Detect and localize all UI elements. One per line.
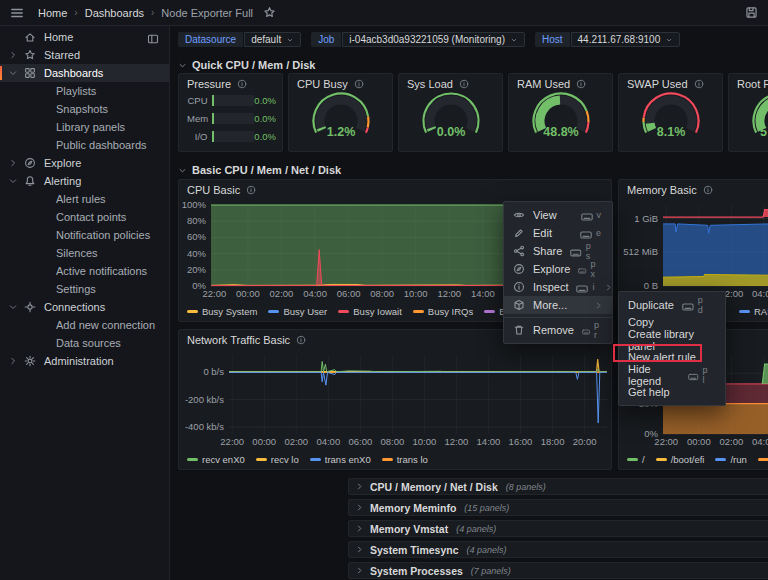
plug-icon — [24, 301, 36, 313]
legend-color-dash — [656, 458, 667, 461]
breadcrumb-item[interactable]: Dashboards — [85, 7, 144, 19]
variable-value-dropdown[interactable]: 44.211.67.68:9100 — [571, 32, 681, 47]
info-icon[interactable] — [246, 185, 256, 195]
sidebar-item-active-notifications[interactable]: Active notifications — [0, 262, 169, 280]
legend-label: Busy System — [202, 306, 257, 317]
variable-value-dropdown[interactable]: i-04acb3d0a93221059 (Monitoring) — [342, 32, 525, 47]
menu-item-view[interactable]: Viewv — [504, 206, 612, 224]
collapsed-row-system-timesync[interactable]: System Timesync(4 panels) — [348, 541, 768, 558]
menu-item-share[interactable]: Sharep s — [504, 242, 612, 260]
sidebar-item-playlists[interactable]: Playlists — [0, 82, 169, 100]
submenu-item-get-help[interactable]: Get help — [619, 384, 725, 402]
keyboard-shortcut: p s — [570, 241, 603, 261]
keyboard-shortcut: e — [580, 228, 603, 238]
menu-item-explore[interactable]: Explorep x — [504, 260, 612, 278]
submenu-item-hide-legend[interactable]: Hide legendp l — [619, 366, 725, 384]
variable-value-text: default — [251, 34, 281, 45]
legend-item[interactable]: trans lo — [382, 454, 428, 465]
submenu-arrow-icon — [594, 301, 603, 310]
svg-text:0%: 0% — [644, 428, 658, 439]
panel-title[interactable]: SWAP Used — [627, 78, 704, 90]
info-icon[interactable] — [296, 335, 306, 345]
keyboard-icon — [582, 326, 590, 334]
sidebar-item-dashboards[interactable]: Dashboards — [0, 64, 169, 82]
sidebar-item-library-panels[interactable]: Library panels — [0, 118, 169, 136]
panel-title-network-traffic-basic[interactable]: Network Traffic Basic — [187, 334, 306, 346]
panel-title-memory-basic[interactable]: Memory Basic — [627, 184, 713, 196]
section-quick-cpu-mem-disk[interactable]: Quick CPU / Mem / Disk — [178, 59, 315, 71]
sidebar-item-snapshots[interactable]: Snapshots — [0, 100, 169, 118]
svg-text:12:00: 12:00 — [437, 288, 461, 299]
panel-title-cpu-basic[interactable]: CPU Basic — [187, 184, 256, 196]
hamburger-menu-icon[interactable] — [10, 6, 24, 20]
legend-item[interactable]: /run — [715, 454, 746, 465]
menu-item-inspect[interactable]: Inspecti — [504, 278, 612, 296]
sidebar-item-settings[interactable]: Settings — [0, 280, 169, 298]
svg-text:-200 kb/s: -200 kb/s — [185, 394, 224, 405]
legend-item[interactable]: Busy Iowait — [338, 306, 402, 317]
collapsed-row-memory-meminfo[interactable]: Memory Meminfo(15 panels) — [348, 499, 768, 516]
panel-title[interactable]: RAM Used — [517, 78, 586, 90]
panel-title[interactable]: CPU Busy — [297, 78, 364, 90]
star-icon — [24, 49, 36, 61]
panel-title[interactable]: Root FS U — [737, 78, 768, 90]
breadcrumb-item[interactable]: Home — [38, 7, 67, 19]
legend-item[interactable]: Busy IRQs — [413, 306, 473, 317]
legend-item[interactable]: trans enX0 — [310, 454, 371, 465]
sidebar-item-silences[interactable]: Silences — [0, 244, 169, 262]
legend-item[interactable]: Busy User — [268, 306, 327, 317]
variable-value-dropdown[interactable]: default — [244, 32, 301, 47]
sidebar-item-administration[interactable]: Administration — [0, 352, 169, 370]
menu-item-more-[interactable]: More... — [504, 296, 612, 314]
sidebar-item-alerting[interactable]: Alerting — [0, 172, 169, 190]
sidebar-item-label: Administration — [44, 355, 114, 367]
breadcrumb-item[interactable]: Node Exporter Full — [161, 7, 253, 19]
row-title: Memory Meminfo — [370, 502, 456, 514]
favorite-star-icon[interactable] — [263, 6, 276, 19]
sidebar-item-label: Connections — [44, 301, 105, 313]
sidebar-item-label: Settings — [56, 283, 96, 295]
legend-item[interactable]: RAM Cach — [739, 306, 768, 317]
row-title: CPU / Memory / Net / Disk — [370, 481, 498, 493]
panel-title-pressure[interactable]: Pressure — [187, 78, 247, 90]
legend-item[interactable]: recv enX0 — [187, 454, 245, 465]
legend-item[interactable]: Busy System — [187, 306, 257, 317]
menu-item-label: Share — [533, 245, 562, 257]
section-basic-cpu-mem-net-disk[interactable]: Basic CPU / Mem / Net / Disk — [178, 164, 341, 176]
pressure-row-mem: Mem0.0% — [187, 112, 276, 124]
sidebar-item-data-sources[interactable]: Data sources — [0, 334, 169, 352]
legend-item[interactable]: /run/user/0 — [758, 454, 768, 465]
sidebar-item-public-dashboards[interactable]: Public dashboards — [0, 136, 169, 154]
sidebar-item-explore[interactable]: Explore — [0, 154, 169, 172]
submenu-item-duplicate[interactable]: Duplicatep d — [619, 296, 725, 314]
sidebar-item-add-new-connection[interactable]: Add new connection — [0, 316, 169, 334]
legend-item[interactable]: /boot/efi — [656, 454, 705, 465]
collapsed-row-memory-vmstat[interactable]: Memory Vmstat(4 panels) — [348, 520, 768, 537]
pressure-row-value: 0.0% — [254, 113, 276, 124]
sidebar-item-home[interactable]: Home — [0, 28, 169, 46]
submenu-item-label: Hide legend — [628, 363, 680, 387]
row-panel-count: (4 panels) — [467, 545, 507, 555]
info-icon[interactable] — [237, 79, 247, 89]
menu-item-remove[interactable]: Removep r — [504, 321, 612, 339]
share-icon — [513, 245, 525, 257]
legend-item[interactable]: recv lo — [256, 454, 299, 465]
keyboard-icon — [578, 265, 586, 273]
info-icon[interactable] — [703, 185, 713, 195]
save-dashboard-icon[interactable] — [745, 6, 758, 19]
sidebar-item-connections[interactable]: Connections — [0, 298, 169, 316]
svg-text:06:00: 06:00 — [348, 436, 372, 447]
panel-title[interactable]: Sys Load — [407, 78, 469, 90]
menu-item-edit[interactable]: Edite — [504, 224, 612, 242]
svg-text:22:00: 22:00 — [220, 436, 244, 447]
gauge-visualization: 0.0% — [403, 91, 498, 149]
sidebar-item-notification-policies[interactable]: Notification policies — [0, 226, 169, 244]
legend-item[interactable]: / — [627, 454, 645, 465]
sidebar-item-starred[interactable]: Starred — [0, 46, 169, 64]
collapsed-row-system-processes[interactable]: System Processes(7 panels) — [348, 562, 768, 579]
collapsed-row-cpu-memory-net-disk[interactable]: CPU / Memory / Net / Disk(8 panels) — [348, 478, 768, 495]
sidebar-item-alert-rules[interactable]: Alert rules — [0, 190, 169, 208]
svg-text:10:00: 10:00 — [413, 436, 437, 447]
submenu-item-create-library-panel[interactable]: Create library panel — [619, 331, 725, 349]
sidebar-item-contact-points[interactable]: Contact points — [0, 208, 169, 226]
